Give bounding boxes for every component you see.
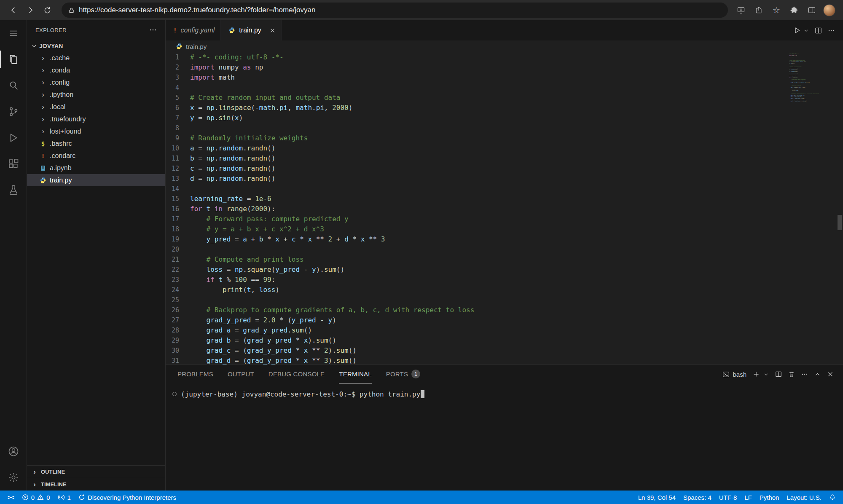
code-line[interactable]: 28 grad_a = grad_y_pred.sum() [166,325,843,335]
editor-scrollbar-thumb[interactable] [838,215,842,230]
eol-item[interactable]: LF [741,494,756,501]
breadcrumb[interactable]: train.py [166,40,843,52]
run-file-play-icon[interactable] [793,27,801,34]
sidebar-item-cache[interactable]: ›.cache [27,52,165,64]
browser-back-button[interactable] [6,3,21,18]
code-line[interactable]: 4 [166,83,843,93]
notifications-bell-item[interactable] [825,494,840,501]
code-line[interactable]: 21 # Compute and print loss [166,255,843,265]
code-line[interactable]: 24 print(t, loss) [166,285,843,295]
code-editor[interactable]: 1# -*- coding: utf-8 -*-2import numpy as… [166,52,843,365]
workspace-root-jovyan[interactable]: JOVYAN [27,40,165,52]
search-icon[interactable] [0,72,27,99]
profile-avatar[interactable] [823,4,835,16]
explorer-files-icon[interactable] [0,46,27,72]
run-debug-icon[interactable] [0,125,27,151]
code-line[interactable]: 11b = np.random.randn() [166,153,843,164]
panel-tab-problems[interactable]: PROBLEMS [177,365,213,383]
sidebar-item-lost-found[interactable]: ›lost+found [27,125,165,137]
panel-tab-terminal[interactable]: TERMINAL [339,365,371,383]
sidebar-item-condarc[interactable]: !.condarc [27,150,165,162]
forwarded-ports-item[interactable]: 1 [54,491,75,504]
browser-reload-button[interactable] [40,3,55,18]
terminal[interactable]: (jupyter-base) jovyan@code-server-test-0… [166,383,843,491]
lock-icon[interactable] [68,7,75,13]
terminal-dropdown-chevron-icon[interactable] [763,372,769,377]
code-line[interactable]: 6x = np.linspace(-math.pi, math.pi, 2000… [166,103,843,113]
tab-train-py[interactable]: train.py [221,20,282,40]
remote-indicator[interactable]: >< [3,491,18,504]
code-line[interactable]: 14 [166,184,843,194]
code-line[interactable]: 26 # Backprop to compute gradients of a,… [166,305,843,315]
code-line[interactable]: 12c = np.random.randn() [166,164,843,174]
settings-gear-icon[interactable] [0,464,27,491]
panel-tab-output[interactable]: OUTPUT [228,365,254,383]
new-terminal-plus-icon[interactable] [753,371,760,378]
code-line[interactable]: 2import numpy as np [166,62,843,72]
code-line[interactable]: 18 # y = a + b x + c x^2 + d x^3 [166,224,843,234]
minimap[interactable]: # -*- coding: utf-8 -*-import numpy as n… [789,53,838,116]
close-panel-icon[interactable] [827,371,834,378]
panel-tab-ports[interactable]: PORTS1 [386,365,420,383]
language-mode-item[interactable]: Python [756,494,783,501]
code-line[interactable]: 3import math [166,72,843,83]
account-icon[interactable] [0,438,27,464]
split-editor-icon[interactable] [815,27,822,34]
sidebar-item-conda[interactable]: ›.conda [27,64,165,76]
command-decoration-icon[interactable] [172,392,177,396]
bookmark-star-icon[interactable]: ☆ [770,4,783,16]
split-terminal-icon[interactable] [775,371,782,378]
extensions-puzzle-icon[interactable] [788,4,800,16]
menu-hamburger-icon[interactable] [0,20,27,46]
editor-more-kebab-icon[interactable] [828,27,835,34]
interpreter-discovery-item[interactable]: Discovering Python Interpreters [75,491,180,504]
sidebar-item-train-py[interactable]: train.py [27,174,165,186]
code-line[interactable]: 9# Randomly initialize weights [166,133,843,143]
sidebar-item-bashrc[interactable]: $.bashrc [27,137,165,150]
share-icon[interactable] [752,4,765,16]
code-line[interactable]: 20 [166,244,843,255]
outline-section[interactable]: › OUTLINE [27,465,165,478]
sidebar-item-local[interactable]: ›.local [27,101,165,113]
tab-config-yaml[interactable]: ! config.yaml [166,20,221,40]
timeline-section[interactable]: › TIMELINE [27,478,165,491]
encoding-item[interactable]: UTF-8 [715,494,741,501]
code-line[interactable]: 27 grad_y_pred = 2.0 * (y_pred - y) [166,315,843,325]
panel-more-kebab-icon[interactable] [801,371,808,378]
source-control-icon[interactable] [0,99,27,125]
sidebar-item-ipython[interactable]: ›.ipython [27,88,165,101]
indentation-item[interactable]: Spaces: 4 [679,494,715,501]
code-line[interactable]: 13d = np.random.randn() [166,174,843,184]
code-line[interactable]: 17 # Forward pass: compute predicted y [166,214,843,224]
problems-status-item[interactable]: 0 0 [18,491,54,504]
code-line[interactable]: 7y = np.sin(x) [166,113,843,123]
panel-tab-debug-console[interactable]: DEBUG CONSOLE [268,365,325,383]
install-app-icon[interactable] [735,4,747,16]
code-line[interactable]: 5# Create random input and output data [166,93,843,103]
keyboard-layout-item[interactable]: Layout: U.S. [783,494,825,501]
code-line[interactable]: 22 loss = np.square(y_pred - y).sum() [166,265,843,275]
browser-forward-button[interactable] [23,3,38,18]
address-bar[interactable]: https://code-server-test-nikp.demo2.true… [62,3,728,18]
code-line[interactable]: 19 y_pred = a + b * x + c * x ** 2 + d *… [166,234,843,244]
cursor-position-item[interactable]: Ln 39, Col 54 [634,494,679,501]
code-line[interactable]: 1# -*- coding: utf-8 -*- [166,52,843,62]
code-line[interactable]: 8 [166,123,843,133]
kill-terminal-trash-icon[interactable] [788,371,795,378]
code-line[interactable]: 31 grad_d = (grad_y_pred * x ** 3).sum() [166,356,843,365]
side-panel-icon[interactable] [805,4,818,16]
code-line[interactable]: 29 grad_b = (grad_y_pred * x).sum() [166,335,843,346]
run-dropdown-chevron-icon[interactable] [803,28,809,33]
code-line[interactable]: 10a = np.random.randn() [166,143,843,153]
extensions-icon[interactable] [0,151,27,177]
testing-flask-icon[interactable] [0,177,27,203]
code-line[interactable]: 30 grad_c = (grad_y_pred * x ** 2).sum() [166,346,843,356]
sidebar-item-truefoundry[interactable]: ›.truefoundry [27,113,165,125]
explorer-actions-kebab-icon[interactable] [149,26,157,34]
code-line[interactable]: 16for t in range(2000): [166,204,843,214]
sidebar-item-a-ipynb[interactable]: a.ipynb [27,162,165,174]
code-line[interactable]: 25 [166,295,843,305]
maximize-panel-chevron-up-icon[interactable] [814,371,821,378]
code-line[interactable]: 15learning_rate = 1e-6 [166,194,843,204]
code-line[interactable]: 23 if t % 100 == 99: [166,275,843,285]
